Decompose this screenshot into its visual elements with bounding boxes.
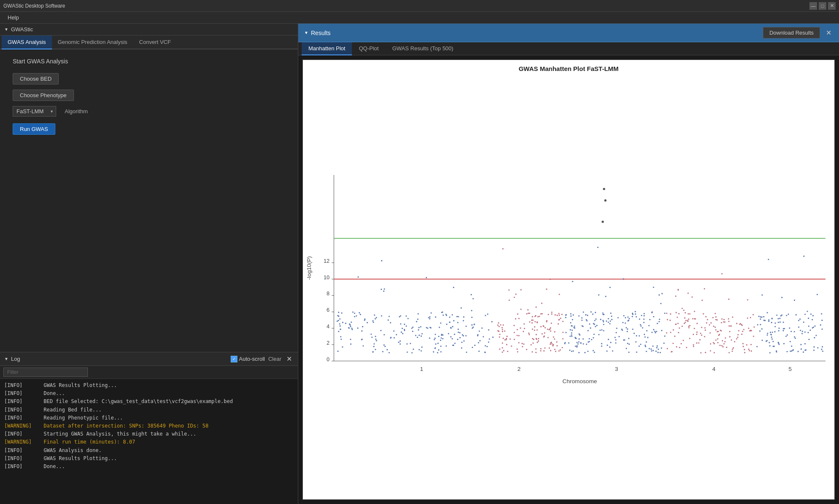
svg-point-607 xyxy=(751,350,752,351)
svg-text:12: 12 xyxy=(324,258,330,264)
svg-point-130 xyxy=(357,276,359,278)
svg-point-525 xyxy=(587,351,588,352)
tab-convert-vcf[interactable]: Convert VCF xyxy=(133,35,177,49)
svg-point-382 xyxy=(507,351,508,352)
svg-point-612 xyxy=(714,343,715,344)
run-gwas-button[interactable]: Run GWAS xyxy=(13,123,55,135)
svg-point-173 xyxy=(418,327,420,328)
svg-point-736 xyxy=(748,349,749,350)
svg-point-209 xyxy=(456,316,458,317)
svg-point-327 xyxy=(551,313,552,315)
svg-point-164 xyxy=(349,327,350,329)
choose-bed-button[interactable]: Choose BED xyxy=(13,73,59,84)
svg-point-199 xyxy=(477,334,479,335)
svg-point-539 xyxy=(643,313,645,314)
svg-point-528 xyxy=(606,320,607,321)
svg-point-753 xyxy=(695,318,696,319)
svg-point-175 xyxy=(375,336,376,337)
svg-point-248 xyxy=(546,289,547,290)
svg-point-738 xyxy=(726,347,727,348)
log-entry: [WARNING] Dataset after intersection: SN… xyxy=(4,422,294,430)
svg-point-83 xyxy=(340,336,341,337)
tab-gwas-analysis[interactable]: GWAS Analysis xyxy=(2,35,52,49)
run-gwas-group: Run GWAS xyxy=(13,123,285,135)
svg-point-595 xyxy=(602,221,604,223)
svg-point-192 xyxy=(454,343,455,344)
menu-help[interactable]: Help xyxy=(3,13,23,22)
svg-point-520 xyxy=(653,286,654,288)
svg-point-70 xyxy=(383,291,384,292)
svg-point-507 xyxy=(594,334,595,335)
svg-point-531 xyxy=(610,320,611,321)
svg-point-701 xyxy=(743,346,744,347)
svg-point-498 xyxy=(578,341,580,343)
svg-point-222 xyxy=(361,339,362,340)
svg-point-373 xyxy=(498,326,500,327)
svg-point-567 xyxy=(571,351,572,352)
svg-point-105 xyxy=(440,322,441,324)
minimize-button[interactable]: — xyxy=(809,2,817,10)
svg-point-125 xyxy=(435,334,436,335)
svg-point-239 xyxy=(492,337,493,338)
svg-point-465 xyxy=(641,315,642,316)
svg-point-139 xyxy=(437,352,438,353)
svg-point-746 xyxy=(715,319,716,320)
svg-point-351 xyxy=(546,320,548,321)
svg-point-460 xyxy=(611,319,613,320)
svg-point-672 xyxy=(679,327,680,329)
svg-point-535 xyxy=(564,342,566,343)
tab-qq-plot[interactable]: QQ-Plot xyxy=(352,42,385,55)
svg-point-214 xyxy=(375,338,376,340)
svg-point-205 xyxy=(350,339,351,340)
tab-genomic-prediction[interactable]: Genomic Prediction Analysis xyxy=(52,35,133,49)
svg-point-855 xyxy=(783,330,784,331)
results-close-button[interactable]: ✕ xyxy=(824,29,833,37)
autoscroll-checkbox-wrapper[interactable]: ✓ Auto-scroll xyxy=(231,356,265,362)
svg-point-221 xyxy=(350,343,351,345)
log-close-button[interactable]: ✕ xyxy=(285,355,294,363)
download-results-button[interactable]: Download Results xyxy=(763,27,820,38)
svg-point-558 xyxy=(614,337,616,338)
svg-point-357 xyxy=(502,331,503,332)
svg-point-744 xyxy=(688,313,689,314)
tab-manhattan-plot[interactable]: Manhatten Plot xyxy=(302,42,352,55)
svg-point-598 xyxy=(729,331,730,332)
svg-point-241 xyxy=(416,321,417,322)
svg-point-430 xyxy=(597,247,599,248)
log-clear-btn[interactable]: Clear xyxy=(268,356,281,362)
svg-point-319 xyxy=(502,351,503,353)
svg-point-289 xyxy=(504,339,506,341)
close-window-button[interactable]: ✕ xyxy=(828,2,836,10)
choose-phenotype-button[interactable]: Choose Phenotype xyxy=(13,90,74,101)
svg-point-700 xyxy=(703,313,704,314)
autoscroll-checkbox[interactable]: ✓ xyxy=(231,356,237,362)
log-filter-input[interactable] xyxy=(3,368,88,377)
svg-point-865 xyxy=(788,313,789,315)
svg-point-851 xyxy=(820,324,821,326)
svg-point-108 xyxy=(417,313,419,314)
svg-point-869 xyxy=(817,347,818,349)
svg-point-341 xyxy=(517,349,518,350)
svg-point-119 xyxy=(441,337,442,338)
svg-point-720 xyxy=(721,319,722,320)
svg-point-503 xyxy=(612,350,613,351)
svg-point-417 xyxy=(639,319,640,320)
svg-point-225 xyxy=(389,316,390,317)
svg-point-590 xyxy=(575,337,576,338)
svg-point-412 xyxy=(590,327,591,329)
svg-point-861 xyxy=(821,320,823,321)
svg-point-201 xyxy=(342,346,343,348)
svg-point-847 xyxy=(814,346,815,348)
title-bar-controls: — □ ✕ xyxy=(809,2,836,10)
svg-point-307 xyxy=(556,341,557,343)
svg-point-767 xyxy=(804,331,806,332)
svg-point-144 xyxy=(374,314,375,316)
svg-point-568 xyxy=(608,318,609,319)
maximize-button[interactable]: □ xyxy=(819,2,826,10)
svg-text:8: 8 xyxy=(327,291,330,297)
tab-gwas-results[interactable]: GWAS Results (Top 500) xyxy=(385,42,460,55)
algorithm-select[interactable]: FaST-LMM xyxy=(13,106,56,117)
choose-phenotype-group: Choose Phenotype xyxy=(13,90,285,101)
svg-point-94 xyxy=(412,331,413,332)
svg-point-841 xyxy=(760,324,761,325)
